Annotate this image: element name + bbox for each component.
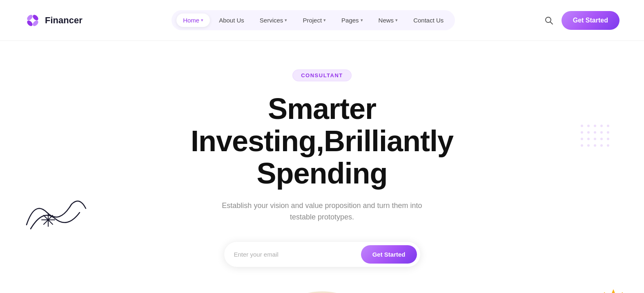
svg-point-2 (26, 19, 33, 27)
search-button[interactable] (544, 16, 553, 25)
hero-section: CONSULTANT Smarter Investing,Brilliantly… (0, 41, 644, 293)
person-image (285, 291, 359, 293)
nav-right: Get Started (544, 11, 619, 30)
svg-line-5 (550, 22, 553, 24)
svg-point-0 (26, 13, 33, 21)
chevron-down-icon: ▾ (395, 18, 398, 23)
form-get-started-button[interactable]: Get Started (361, 245, 417, 264)
hero-title: Smarter Investing,Brilliantly Spending (149, 93, 496, 190)
nav-item-contact[interactable]: Contact Us (407, 13, 450, 27)
hero-subtitle: Establish your vision and value proposit… (212, 200, 432, 224)
nav-item-news[interactable]: News ▾ (372, 13, 405, 27)
search-icon (544, 16, 553, 25)
chevron-down-icon: ▾ (361, 18, 363, 23)
email-form: Get Started (224, 242, 420, 267)
logo-text: Financer (45, 15, 82, 26)
navbar: Financer Home ▾ About Us Services ▾ Proj… (0, 0, 644, 41)
nav-item-pages[interactable]: Pages ▾ (335, 13, 370, 27)
logo-icon (25, 12, 41, 29)
squiggle-decoration (22, 192, 88, 233)
nav-links: Home ▾ About Us Services ▾ Project ▾ Pag… (172, 10, 455, 30)
nav-item-home[interactable]: Home ▾ (176, 13, 210, 27)
chevron-down-icon: ▾ (285, 18, 287, 23)
chevron-down-icon: ▾ (201, 18, 203, 23)
chevron-down-icon: ▾ (323, 18, 326, 23)
nav-item-project[interactable]: Project ▾ (296, 13, 332, 27)
nav-item-services[interactable]: Services ▾ (253, 13, 294, 27)
email-input[interactable] (234, 251, 361, 258)
svg-point-1 (32, 13, 39, 21)
get-started-button[interactable]: Get Started (562, 11, 619, 30)
svg-point-3 (32, 19, 39, 27)
consultant-badge: CONSULTANT (292, 69, 352, 81)
logo[interactable]: Financer (25, 12, 82, 29)
nav-item-about[interactable]: About Us (212, 13, 251, 27)
